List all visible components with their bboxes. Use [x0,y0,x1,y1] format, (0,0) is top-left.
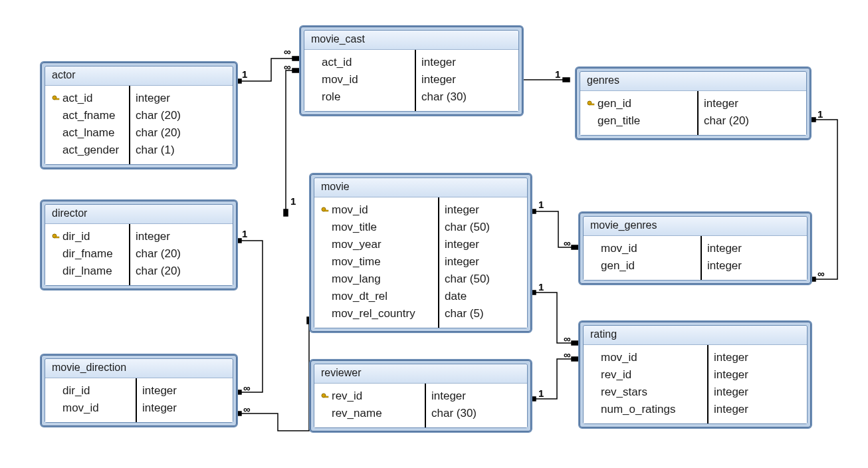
column-type: integer [142,382,195,400]
column-name: mov_dt_rel [332,290,387,303]
column-type: char (20) [136,107,189,124]
table-title: reviewer [314,364,527,384]
column-type: integer [707,257,760,275]
table-title: movie [314,178,527,197]
table-title: rating [584,326,807,345]
svg-rect-16 [572,357,578,361]
column-name: act_lname [62,126,114,140]
er-diagram-canvas: { "tables": { "actor": { "title": "actor… [0,0,868,468]
table-body: act_id mov_id role integer integer char … [304,50,518,111]
svg-rect-3 [292,68,299,72]
column-type: char (20) [704,112,757,130]
column-type: integer [445,253,498,271]
column-name: mov_lang [332,273,381,286]
cardinality-label: ∞ [282,47,292,57]
column-name: act_fname [62,109,115,122]
column-type: char (20) [136,124,189,142]
column-type: char (50) [445,219,498,236]
svg-rect-20 [55,237,59,238]
column-name: dir_id [62,384,90,398]
column-name: gen_title [597,114,640,128]
table-genres[interactable]: genres gen_id gen_title integer char (20… [575,66,812,140]
cardinality-label: ∞ [242,383,252,393]
cardinality-label: ∞ [282,62,292,72]
column-name: mov_time [332,255,381,269]
svg-rect-12 [572,245,578,249]
column-type: integer [421,71,475,88]
column-name: gen_id [597,97,631,110]
column-type: char (30) [431,405,485,422]
column-type: integer [142,400,195,417]
column-type: integer [445,236,498,253]
column-type: integer [136,228,189,245]
table-movie-genres[interactable]: movie_genres mov_id gen_id integer integ… [578,211,812,285]
column-type: integer [714,401,767,418]
column-type: integer [445,201,498,219]
column-name: mov_id [62,402,99,415]
table-title: director [45,205,233,224]
key-icon [586,97,596,110]
column-type: char (50) [445,271,498,288]
key-icon [320,203,330,217]
column-type: char (30) [421,88,475,106]
table-title: movie_genres [584,217,807,236]
table-director[interactable]: director dir_id dir_fname dir_lname inte… [40,199,238,291]
table-body: mov_id mov_title mov_year mov_time mov_l… [314,197,527,328]
column-type: integer [421,54,475,71]
cardinality-label: 1 [537,388,545,398]
cardinality-label: 1 [554,69,562,79]
svg-rect-24 [324,396,328,398]
column-name: mov_title [332,221,377,234]
table-body: mov_id gen_id integer integer [584,236,807,280]
column-name: mov_id [332,203,368,217]
column-name: gen_id [601,259,635,273]
svg-rect-22 [324,210,328,211]
column-type: char (20) [136,245,189,263]
table-title: genres [580,72,806,91]
column-type: integer [714,384,767,401]
column-type: char (5) [445,305,498,322]
column-type: integer [136,90,189,107]
svg-rect-2 [284,209,288,216]
table-movie-direction[interactable]: movie_direction dir_id mov_id integer in… [40,354,238,427]
column-name: rev_id [601,368,631,382]
column-name: rev_name [332,407,382,420]
column-name: act_gender [62,144,119,157]
cardinality-label: ∞ [562,350,572,360]
column-name: dir_id [62,230,90,243]
cardinality-label: 1 [241,69,249,79]
table-movie[interactable]: movie mov_id mov_title mov_year mov_time… [309,173,532,333]
cardinality-label: ∞ [562,238,572,248]
column-name: role [322,90,340,104]
table-actor[interactable]: actor act_id act_fname act_lname act_gen… [40,61,238,170]
column-name: dir_lname [62,265,112,278]
key-icon [320,390,330,403]
column-name: mov_id [322,73,358,86]
cardinality-label: 1 [241,229,249,239]
table-body: gen_id gen_title integer char (20) [580,91,806,135]
column-type: integer [431,388,485,405]
cardinality-label: 1 [289,196,297,206]
column-type: char (1) [136,142,189,159]
cardinality-label: 1 [537,282,545,292]
table-body: dir_id mov_id integer integer [45,378,233,422]
column-type: integer [714,366,767,384]
svg-rect-26 [590,104,594,105]
key-icon [51,230,61,243]
column-name: act_id [322,56,352,69]
column-name: mov_id [601,242,637,255]
table-rating[interactable]: rating mov_id rev_id rev_stars num_o_rat… [578,320,812,429]
column-type: date [445,288,498,305]
cardinality-label: 1 [537,199,545,209]
svg-rect-18 [55,98,59,100]
column-name: mov_year [332,238,381,251]
table-body: dir_id dir_fname dir_lname integer char … [45,224,233,285]
table-movie-cast[interactable]: movie_cast act_id mov_id role integer in… [299,25,524,116]
table-reviewer[interactable]: reviewer rev_id rev_name integer char (3… [309,359,532,433]
cardinality-label: ∞ [242,404,252,414]
table-body: mov_id rev_id rev_stars num_o_ratings in… [584,345,807,423]
table-title: actor [45,66,233,86]
svg-rect-14 [572,341,578,345]
column-name: rev_stars [601,386,647,399]
column-name: num_o_ratings [601,403,675,416]
